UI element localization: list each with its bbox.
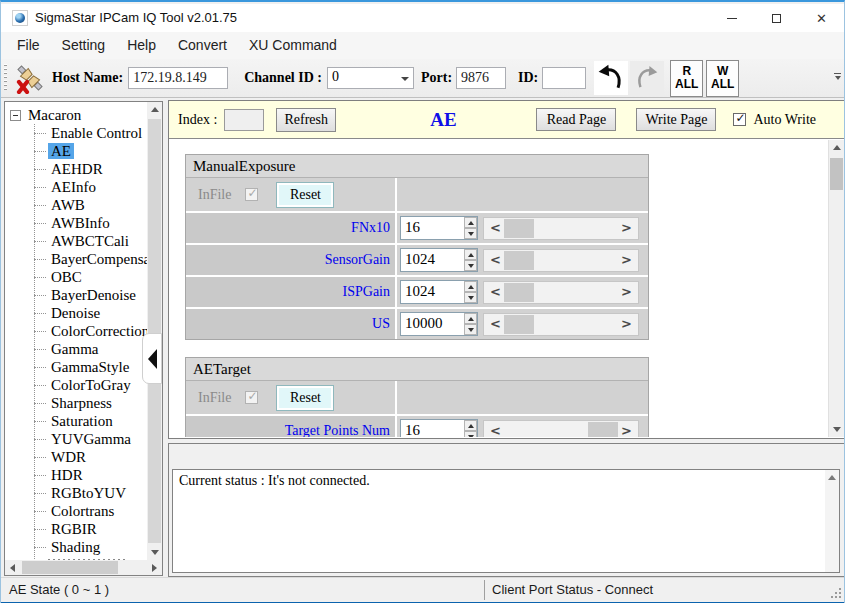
tree-item-denoise[interactable]: Denoise [5,304,147,322]
form-vertical-scrollbar[interactable] [828,140,844,437]
tree-item-aeinfo[interactable]: AEInfo [5,178,147,196]
tree-item-awb[interactable]: AWB [5,196,147,214]
tree-item-label[interactable]: OBC [48,269,85,285]
spin-down-button[interactable] [464,228,477,239]
tree-item-label[interactable]: AWBCTCali [48,233,132,249]
tree-item-gamma[interactable]: Gamma [5,340,147,358]
slider-thumb[interactable] [504,251,534,270]
toolbar-gripper[interactable] [4,64,7,92]
slider-right-arrow[interactable]: > [621,252,632,267]
auto-write-checkbox[interactable]: ✓ [733,113,746,126]
value-spinner[interactable]: 16 [400,216,478,240]
tree-item-colorcorrection[interactable]: ColorCorrection [5,322,147,340]
spin-up-button[interactable] [464,281,477,292]
spin-down-button[interactable] [464,431,477,437]
tree-item-label[interactable]: ColorToGray [48,377,134,393]
tree-item-awbctcali[interactable]: AWBCTCali [5,232,147,250]
undo-button[interactable] [594,61,628,95]
tree-item-label[interactable]: Saturation [48,413,116,429]
tree-item-ae[interactable]: AE [5,142,147,160]
menu-setting[interactable]: Setting [51,32,117,59]
value-spinner[interactable]: 1024 [400,248,478,272]
scroll-down-button[interactable] [829,422,844,437]
value-slider[interactable]: <> [483,281,639,304]
value-slider[interactable]: <> [483,249,639,272]
read-all-button[interactable]: RALL [670,60,703,97]
tree-item-label[interactable]: AWBInfo [48,215,113,231]
write-page-button[interactable]: Write Page [636,108,716,131]
spin-up-button[interactable] [464,249,477,260]
tree-item-label[interactable]: Denoise [48,305,103,321]
tree-item-awbinfo[interactable]: AWBInfo [5,214,147,232]
value-input[interactable]: 1024 [401,281,464,303]
reset-button[interactable]: Reset [276,385,334,411]
tree-item-label[interactable]: Sharpness [48,395,115,411]
value-input[interactable]: 16 [401,217,464,239]
scrollbar-thumb[interactable] [148,119,161,543]
tree-item-enable-control[interactable]: Enable Control [5,124,147,142]
value-spinner[interactable]: 10000 [400,312,478,336]
tree-item-rgbir[interactable]: RGBIR [5,520,147,538]
reset-button[interactable]: Reset [276,182,334,208]
toolbar-overflow-button[interactable] [833,73,842,80]
value-input[interactable]: 16 [401,420,464,437]
tree-item-label[interactable]: WDR [48,449,89,465]
scroll-up-button[interactable] [825,470,839,484]
tree-item-hdr[interactable]: HDR [5,466,147,484]
tree-item-yuvgamma[interactable]: YUVGamma [5,430,147,448]
slider-left-arrow[interactable]: < [490,284,501,299]
tree-item-saturation[interactable]: Saturation [5,412,147,430]
scroll-left-button[interactable] [5,560,20,575]
close-button[interactable]: ✕ [799,4,844,32]
spin-up-button[interactable] [464,313,477,324]
tree-root-macaron[interactable]: Macaron [5,106,147,124]
tree-item-label[interactable]: Enable Control [48,125,145,141]
scroll-down-button[interactable] [147,545,162,560]
infile-checkbox[interactable]: ✓ [245,188,258,201]
tree-item-label[interactable]: AWB [48,197,88,213]
slider-left-arrow[interactable]: < [490,220,501,235]
slider-left-arrow[interactable]: < [490,252,501,267]
spin-down-button[interactable] [464,260,477,271]
minimize-button[interactable] [709,4,754,32]
sidebar-collapse-button[interactable] [142,333,162,384]
slider-thumb[interactable] [504,315,534,334]
scroll-up-button[interactable] [147,102,162,117]
slider-thumb[interactable] [588,422,618,438]
tree-item-colortrans[interactable]: Colortrans [5,502,147,520]
slider-right-arrow[interactable]: > [621,284,632,299]
tree-item-label[interactable]: RGBIR [48,521,100,537]
scroll-up-button[interactable] [829,140,844,155]
tree-item-label[interactable]: Colortrans [48,503,117,519]
tree-item-label[interactable]: YUVGamma [48,431,134,447]
slider-thumb[interactable] [504,283,534,302]
slider-right-arrow[interactable]: > [621,423,632,438]
value-slider[interactable]: <> [483,217,639,240]
tree-item-label[interactable]: BayerDenoise [48,287,139,303]
tree-item-bayercompensat[interactable]: BayerCompensat [5,250,147,268]
tree-root-label[interactable]: Macaron [28,106,81,124]
menu-xu-command[interactable]: XU Command [238,32,348,59]
scrollbar-thumb[interactable] [830,158,843,190]
tree-item-aehdr[interactable]: AEHDR [5,160,147,178]
value-input[interactable]: 1024 [401,249,464,271]
tree-item-gammastyle[interactable]: GammaStyle [5,358,147,376]
spin-up-button[interactable] [464,217,477,228]
slider-left-arrow[interactable]: < [490,316,501,331]
id-input[interactable] [542,67,586,89]
channel-id-select[interactable]: 0 [327,67,414,89]
slider-thumb[interactable] [504,219,534,238]
spin-up-button[interactable] [464,420,477,431]
resize-grip[interactable] [831,588,841,598]
slider-right-arrow[interactable]: > [621,220,632,235]
read-page-button[interactable]: Read Page [536,108,616,131]
tree-item-label[interactable]: AEHDR [48,161,106,177]
log-vertical-scrollbar[interactable] [825,470,839,572]
value-spinner[interactable]: 1024 [400,280,478,304]
menu-help[interactable]: Help [116,32,167,59]
tree-item-sharpness[interactable]: Sharpness [5,394,147,412]
scrollbar-thumb[interactable] [22,561,118,574]
spin-down-button[interactable] [464,324,477,335]
tree-item-label[interactable]: Shading [48,539,103,555]
tree-horizontal-scrollbar[interactable] [5,560,162,575]
